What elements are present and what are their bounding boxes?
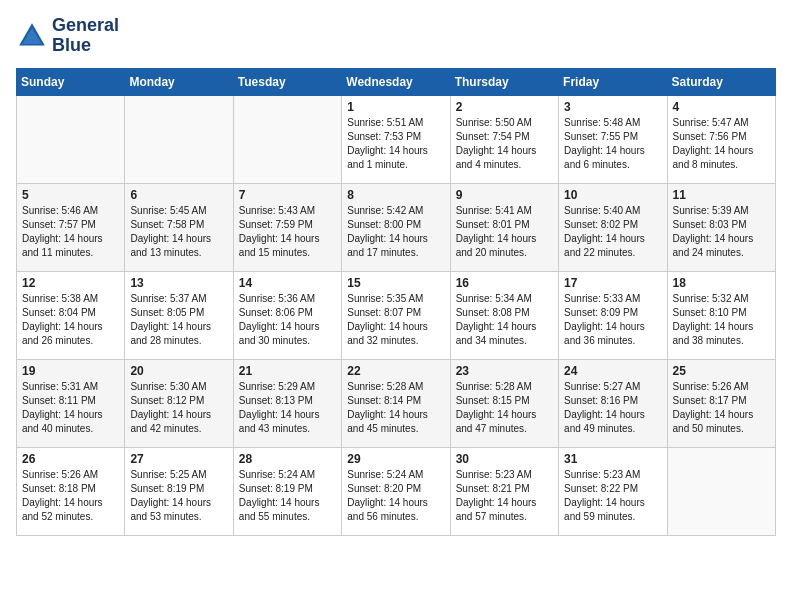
day-number: 27	[130, 452, 227, 466]
logo-icon	[16, 20, 48, 52]
day-info: Sunrise: 5:51 AM Sunset: 7:53 PM Dayligh…	[347, 116, 444, 172]
day-number: 21	[239, 364, 336, 378]
calendar-cell: 8Sunrise: 5:42 AM Sunset: 8:00 PM Daylig…	[342, 183, 450, 271]
day-info: Sunrise: 5:38 AM Sunset: 8:04 PM Dayligh…	[22, 292, 119, 348]
page-header: General Blue	[16, 16, 776, 56]
calendar-cell: 14Sunrise: 5:36 AM Sunset: 8:06 PM Dayli…	[233, 271, 341, 359]
day-info: Sunrise: 5:47 AM Sunset: 7:56 PM Dayligh…	[673, 116, 770, 172]
calendar-cell: 1Sunrise: 5:51 AM Sunset: 7:53 PM Daylig…	[342, 95, 450, 183]
calendar-cell: 28Sunrise: 5:24 AM Sunset: 8:19 PM Dayli…	[233, 447, 341, 535]
day-info: Sunrise: 5:42 AM Sunset: 8:00 PM Dayligh…	[347, 204, 444, 260]
calendar-cell: 11Sunrise: 5:39 AM Sunset: 8:03 PM Dayli…	[667, 183, 775, 271]
calendar-cell: 18Sunrise: 5:32 AM Sunset: 8:10 PM Dayli…	[667, 271, 775, 359]
calendar-cell: 23Sunrise: 5:28 AM Sunset: 8:15 PM Dayli…	[450, 359, 558, 447]
day-number: 1	[347, 100, 444, 114]
day-info: Sunrise: 5:41 AM Sunset: 8:01 PM Dayligh…	[456, 204, 553, 260]
day-info: Sunrise: 5:30 AM Sunset: 8:12 PM Dayligh…	[130, 380, 227, 436]
day-number: 16	[456, 276, 553, 290]
day-info: Sunrise: 5:31 AM Sunset: 8:11 PM Dayligh…	[22, 380, 119, 436]
day-info: Sunrise: 5:33 AM Sunset: 8:09 PM Dayligh…	[564, 292, 661, 348]
day-info: Sunrise: 5:48 AM Sunset: 7:55 PM Dayligh…	[564, 116, 661, 172]
day-info: Sunrise: 5:28 AM Sunset: 8:15 PM Dayligh…	[456, 380, 553, 436]
day-info: Sunrise: 5:45 AM Sunset: 7:58 PM Dayligh…	[130, 204, 227, 260]
calendar-header-row: SundayMondayTuesdayWednesdayThursdayFrid…	[17, 68, 776, 95]
calendar-week-row: 26Sunrise: 5:26 AM Sunset: 8:18 PM Dayli…	[17, 447, 776, 535]
calendar-cell: 24Sunrise: 5:27 AM Sunset: 8:16 PM Dayli…	[559, 359, 667, 447]
calendar-cell: 5Sunrise: 5:46 AM Sunset: 7:57 PM Daylig…	[17, 183, 125, 271]
calendar-cell: 6Sunrise: 5:45 AM Sunset: 7:58 PM Daylig…	[125, 183, 233, 271]
calendar-cell: 4Sunrise: 5:47 AM Sunset: 7:56 PM Daylig…	[667, 95, 775, 183]
day-info: Sunrise: 5:40 AM Sunset: 8:02 PM Dayligh…	[564, 204, 661, 260]
calendar-cell: 20Sunrise: 5:30 AM Sunset: 8:12 PM Dayli…	[125, 359, 233, 447]
calendar-week-row: 12Sunrise: 5:38 AM Sunset: 8:04 PM Dayli…	[17, 271, 776, 359]
calendar-cell: 7Sunrise: 5:43 AM Sunset: 7:59 PM Daylig…	[233, 183, 341, 271]
calendar-week-row: 19Sunrise: 5:31 AM Sunset: 8:11 PM Dayli…	[17, 359, 776, 447]
day-info: Sunrise: 5:23 AM Sunset: 8:22 PM Dayligh…	[564, 468, 661, 524]
day-number: 18	[673, 276, 770, 290]
calendar-cell: 9Sunrise: 5:41 AM Sunset: 8:01 PM Daylig…	[450, 183, 558, 271]
day-info: Sunrise: 5:39 AM Sunset: 8:03 PM Dayligh…	[673, 204, 770, 260]
calendar-cell: 27Sunrise: 5:25 AM Sunset: 8:19 PM Dayli…	[125, 447, 233, 535]
calendar-cell	[125, 95, 233, 183]
day-number: 5	[22, 188, 119, 202]
day-number: 2	[456, 100, 553, 114]
day-info: Sunrise: 5:26 AM Sunset: 8:17 PM Dayligh…	[673, 380, 770, 436]
day-number: 17	[564, 276, 661, 290]
weekday-header: Thursday	[450, 68, 558, 95]
day-number: 4	[673, 100, 770, 114]
calendar-week-row: 1Sunrise: 5:51 AM Sunset: 7:53 PM Daylig…	[17, 95, 776, 183]
calendar-cell: 15Sunrise: 5:35 AM Sunset: 8:07 PM Dayli…	[342, 271, 450, 359]
day-info: Sunrise: 5:37 AM Sunset: 8:05 PM Dayligh…	[130, 292, 227, 348]
weekday-header: Sunday	[17, 68, 125, 95]
weekday-header: Tuesday	[233, 68, 341, 95]
weekday-header: Saturday	[667, 68, 775, 95]
calendar-cell: 2Sunrise: 5:50 AM Sunset: 7:54 PM Daylig…	[450, 95, 558, 183]
day-number: 7	[239, 188, 336, 202]
day-info: Sunrise: 5:24 AM Sunset: 8:19 PM Dayligh…	[239, 468, 336, 524]
day-number: 12	[22, 276, 119, 290]
day-number: 28	[239, 452, 336, 466]
logo: General Blue	[16, 16, 119, 56]
day-number: 19	[22, 364, 119, 378]
calendar-cell: 31Sunrise: 5:23 AM Sunset: 8:22 PM Dayli…	[559, 447, 667, 535]
day-info: Sunrise: 5:32 AM Sunset: 8:10 PM Dayligh…	[673, 292, 770, 348]
calendar-cell: 3Sunrise: 5:48 AM Sunset: 7:55 PM Daylig…	[559, 95, 667, 183]
day-info: Sunrise: 5:26 AM Sunset: 8:18 PM Dayligh…	[22, 468, 119, 524]
day-number: 3	[564, 100, 661, 114]
day-info: Sunrise: 5:35 AM Sunset: 8:07 PM Dayligh…	[347, 292, 444, 348]
day-info: Sunrise: 5:29 AM Sunset: 8:13 PM Dayligh…	[239, 380, 336, 436]
calendar-cell: 17Sunrise: 5:33 AM Sunset: 8:09 PM Dayli…	[559, 271, 667, 359]
calendar-cell: 10Sunrise: 5:40 AM Sunset: 8:02 PM Dayli…	[559, 183, 667, 271]
day-info: Sunrise: 5:34 AM Sunset: 8:08 PM Dayligh…	[456, 292, 553, 348]
day-info: Sunrise: 5:28 AM Sunset: 8:14 PM Dayligh…	[347, 380, 444, 436]
day-number: 29	[347, 452, 444, 466]
calendar-week-row: 5Sunrise: 5:46 AM Sunset: 7:57 PM Daylig…	[17, 183, 776, 271]
day-number: 11	[673, 188, 770, 202]
day-number: 8	[347, 188, 444, 202]
day-info: Sunrise: 5:43 AM Sunset: 7:59 PM Dayligh…	[239, 204, 336, 260]
day-number: 23	[456, 364, 553, 378]
calendar-cell: 25Sunrise: 5:26 AM Sunset: 8:17 PM Dayli…	[667, 359, 775, 447]
day-info: Sunrise: 5:24 AM Sunset: 8:20 PM Dayligh…	[347, 468, 444, 524]
weekday-header: Wednesday	[342, 68, 450, 95]
day-number: 24	[564, 364, 661, 378]
calendar-table: SundayMondayTuesdayWednesdayThursdayFrid…	[16, 68, 776, 536]
day-number: 26	[22, 452, 119, 466]
calendar-cell: 26Sunrise: 5:26 AM Sunset: 8:18 PM Dayli…	[17, 447, 125, 535]
day-number: 22	[347, 364, 444, 378]
day-info: Sunrise: 5:25 AM Sunset: 8:19 PM Dayligh…	[130, 468, 227, 524]
calendar-cell: 16Sunrise: 5:34 AM Sunset: 8:08 PM Dayli…	[450, 271, 558, 359]
day-number: 13	[130, 276, 227, 290]
calendar-cell: 21Sunrise: 5:29 AM Sunset: 8:13 PM Dayli…	[233, 359, 341, 447]
day-number: 6	[130, 188, 227, 202]
calendar-cell	[233, 95, 341, 183]
day-number: 25	[673, 364, 770, 378]
day-info: Sunrise: 5:23 AM Sunset: 8:21 PM Dayligh…	[456, 468, 553, 524]
day-number: 10	[564, 188, 661, 202]
day-number: 15	[347, 276, 444, 290]
calendar-cell: 22Sunrise: 5:28 AM Sunset: 8:14 PM Dayli…	[342, 359, 450, 447]
weekday-header: Friday	[559, 68, 667, 95]
day-number: 14	[239, 276, 336, 290]
day-number: 31	[564, 452, 661, 466]
day-info: Sunrise: 5:27 AM Sunset: 8:16 PM Dayligh…	[564, 380, 661, 436]
